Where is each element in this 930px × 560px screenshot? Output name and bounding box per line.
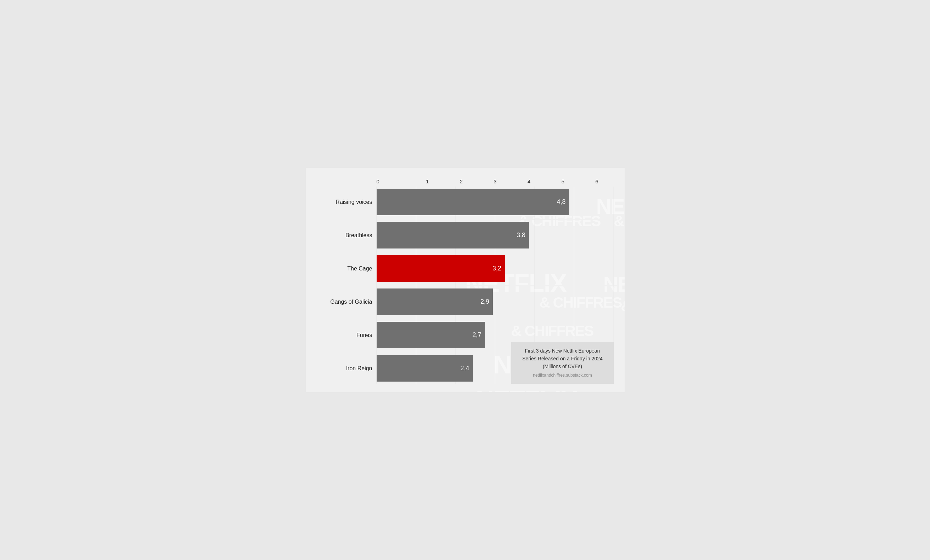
bar-value-the-cage: 3,2 (493, 265, 501, 272)
bar-track-breathless: 3,8 (377, 220, 617, 251)
axis-top: 0 1 2 3 4 5 6 (377, 178, 617, 184)
bar-gangs: 2,9 (377, 288, 493, 315)
bar-breathless: 3,8 (377, 222, 529, 249)
bar-track-gangs: 2,9 (377, 286, 617, 317)
bar-iron-reign: 2,4 (377, 355, 473, 382)
bar-furies: 2,7 (377, 322, 485, 348)
bar-value-gangs: 2,9 (480, 298, 489, 305)
bar-value-raising-voices: 4,8 (557, 198, 565, 206)
bar-track-the-cage: 3,2 (377, 253, 617, 284)
legend-box: First 3 days New Netflix European Series… (511, 342, 614, 384)
bar-label-raising-voices: Raising voices (313, 199, 377, 205)
chart-area: 0 1 2 3 4 5 6 Raising voices (313, 178, 617, 384)
axis-label-1: 1 (410, 178, 444, 184)
bar-the-cage: 3,2 (377, 255, 505, 282)
watermark-netflix3: NETFLIX (476, 387, 577, 392)
bar-label-breathless: Breathless (313, 232, 377, 239)
bar-track-raising-voices: 4,8 (377, 187, 617, 217)
bar-row-gangs: Gangs of Galicia 2,9 (313, 286, 617, 317)
axis-label-6: 6 (580, 178, 614, 184)
bar-raising-voices: 4,8 (377, 189, 569, 215)
axis-label-2: 2 (444, 178, 478, 184)
bar-row-breathless: Breathless 3,8 (313, 220, 617, 251)
watermark-chiffres-right2: & C (621, 299, 625, 314)
bar-value-furies: 2,7 (472, 331, 481, 339)
chart-container: NETFLIX & CHIFFRES NETFLIX & CHIFFRES & … (306, 168, 625, 392)
bar-label-gangs: Gangs of Galicia (313, 299, 377, 305)
bar-value-breathless: 3,8 (517, 232, 525, 239)
bar-row-the-cage: The Cage 3,2 (313, 253, 617, 284)
legend-title: First 3 days New Netflix European Series… (518, 347, 607, 371)
bar-label-iron-reign: Iron Reign (313, 365, 377, 372)
axis-label-5: 5 (546, 178, 580, 184)
bar-value-iron-reign: 2,4 (460, 365, 469, 372)
bar-label-furies: Furies (313, 332, 377, 338)
bar-row-raising-voices: Raising voices 4,8 (313, 187, 617, 217)
axis-label-4: 4 (512, 178, 546, 184)
axis-label-0: 0 (377, 178, 411, 184)
legend-source: netflixandchiffres.substack.com (518, 372, 607, 379)
bar-label-the-cage: The Cage (313, 265, 377, 272)
axis-label-3: 3 (478, 178, 512, 184)
